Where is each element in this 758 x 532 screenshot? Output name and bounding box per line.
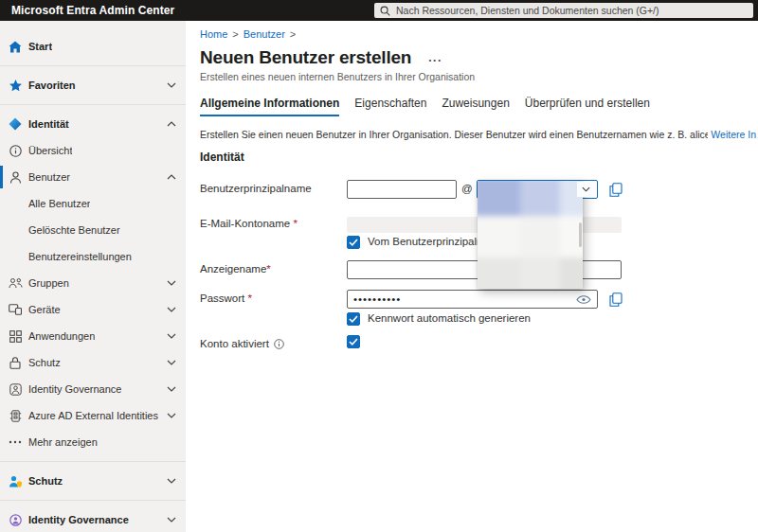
sidebar-item-label: Übersicht	[28, 145, 72, 156]
search-icon	[380, 6, 390, 16]
autogen-checkbox[interactable]	[347, 312, 360, 326]
sidebar-item-alle-benutzer[interactable]: Alle Benutzer	[0, 190, 186, 217]
password-field-wrap	[347, 290, 598, 309]
sidebar-item-label: Start	[28, 41, 52, 52]
selected-indicator	[0, 166, 3, 188]
info-icon	[8, 145, 23, 157]
sidebar-item-benutzereinstellungen[interactable]: Benutzereinstellungen	[0, 243, 186, 270]
upn-label: Benutzerprinzipalname	[200, 180, 347, 194]
required-asterisk: *	[266, 263, 270, 275]
sidebar-item-geraete[interactable]: Geräte	[0, 296, 186, 323]
page-subtitle: Erstellen eines neuen internen Benutzers…	[200, 71, 758, 82]
sidebar-item-label: Identity Governance	[28, 514, 129, 525]
protection-person-icon	[8, 475, 23, 488]
sidebar-item-identity-governance[interactable]: Identity Governance	[0, 376, 186, 402]
account-enabled-row: Konto aktiviert	[200, 335, 758, 349]
global-search[interactable]	[374, 3, 753, 18]
copy-icon[interactable]	[609, 183, 623, 197]
intro-text-row: Erstellen Sie einen neuen Benutzer in Ih…	[200, 129, 758, 140]
sidebar-item-label: Geräte	[28, 304, 61, 315]
search-input[interactable]	[396, 5, 748, 16]
autogen-checkbox-row: Kennwort automatisch generieren	[200, 312, 758, 326]
sidebar-item-gruppen[interactable]: Gruppen	[0, 270, 186, 296]
upn-input[interactable]	[347, 180, 457, 199]
breadcrumb-separator: >	[290, 28, 296, 40]
label-spacer	[200, 236, 347, 239]
required-asterisk: *	[248, 293, 252, 304]
domain-dropdown-panel[interactable]	[478, 181, 583, 289]
breadcrumb-benutzer-link[interactable]: Benutzer	[244, 28, 285, 40]
sidebar-item-label: Favoriten	[28, 80, 76, 91]
person-icon	[8, 171, 23, 184]
app-title[interactable]: Microsoft Entra Admin Center	[11, 4, 174, 17]
sidebar-divider	[0, 65, 186, 66]
wizard-tabs: Allgemeine Informationen Eigenschaften Z…	[200, 97, 758, 116]
sidebar-item-label: Schutz	[28, 357, 61, 368]
sidebar-nav: Start Favoriten Identität Übersicht Benu…	[0, 21, 186, 532]
dropdown-scrollbar[interactable]	[579, 222, 582, 247]
reveal-password-eye-icon[interactable]	[576, 295, 591, 304]
breadcrumb-separator: >	[232, 28, 238, 40]
chevron-down-icon	[163, 280, 176, 286]
sidebar-item-label: Gruppen	[28, 277, 69, 289]
people-icon	[8, 277, 23, 289]
sidebar-item-label: Identität	[28, 118, 69, 130]
password-label: Passwort *	[200, 290, 347, 304]
sidebar-item-benutzer[interactable]: Benutzer	[0, 164, 186, 190]
governance-circle-icon	[8, 514, 23, 526]
home-icon	[8, 41, 23, 53]
identity-diamond-icon	[8, 117, 23, 131]
chevron-down-icon	[577, 182, 596, 197]
sidebar-item-identitaet[interactable]: Identität	[0, 111, 186, 137]
sidebar-item-label: Mehr anzeigen	[28, 436, 98, 448]
account-enabled-label: Konto aktiviert	[200, 335, 347, 349]
sidebar-item-schutz[interactable]: Schutz	[0, 349, 186, 376]
sidebar-item-geloeschte-benutzer[interactable]: Gelöschte Benutzer	[0, 217, 186, 243]
sidebar-item-label: Gelöschte Benutzer	[28, 224, 120, 236]
sidebar-item-anwendungen[interactable]: Anwendungen	[0, 323, 186, 349]
tab-ueberpruefen-und-erstellen[interactable]: Überprüfen und erstellen	[525, 97, 650, 116]
chevron-down-icon	[163, 413, 176, 418]
tab-eigenschaften[interactable]: Eigenschaften	[354, 97, 426, 116]
lock-icon	[8, 357, 23, 369]
sidebar-item-favoriten[interactable]: Favoriten	[0, 72, 186, 98]
domain-select[interactable]	[477, 180, 598, 199]
sidebar-item-mehr-anzeigen[interactable]: Mehr anzeigen	[0, 429, 186, 455]
display-name-label: Anzeigename*	[200, 260, 347, 275]
tab-zuweisungen[interactable]: Zuweisungen	[442, 97, 509, 116]
learn-more-link[interactable]: Weitere In	[711, 129, 756, 140]
external-identities-icon	[8, 410, 23, 422]
id-badge-icon	[8, 383, 23, 396]
chevron-down-icon	[163, 333, 176, 339]
tab-allgemeine-informationen[interactable]: Allgemeine Informationen	[200, 97, 339, 116]
chevron-down-icon	[163, 82, 176, 88]
devices-icon	[8, 304, 23, 315]
password-input[interactable]	[347, 290, 598, 309]
top-banner: Microsoft Entra Admin Center	[0, 0, 758, 21]
account-enabled-checkbox[interactable]	[347, 335, 360, 348]
sidebar-item-azure-ad-external-identities[interactable]: Azure AD External Identities	[0, 402, 186, 429]
sidebar-item-label: Azure AD External Identities	[28, 410, 158, 421]
sidebar-item-schutz-section[interactable]: Schutz	[0, 468, 186, 494]
page-title: Neuen Benutzer erstellen	[200, 47, 411, 68]
sidebar-item-uebersicht[interactable]: Übersicht	[0, 137, 186, 164]
sidebar-divider	[0, 500, 186, 501]
upn-row: Benutzerprinzipalname @	[200, 180, 758, 199]
info-tooltip-icon[interactable]	[274, 339, 284, 349]
breadcrumb-home-link[interactable]: Home	[200, 28, 227, 40]
sidebar-divider	[0, 104, 186, 105]
autogen-checkbox-label[interactable]: Kennwort automatisch generieren	[368, 312, 531, 324]
copy-icon[interactable]	[609, 293, 623, 307]
required-asterisk: *	[293, 218, 297, 229]
email-label: E-Mail-Kontoname *	[200, 215, 347, 229]
main-content: Home>Benutzer> Neuen Benutzer erstellen …	[186, 21, 758, 532]
sidebar-item-identity-governance-section[interactable]: Identity Governance	[0, 506, 186, 532]
sidebar-item-label: Schutz	[28, 475, 63, 487]
chevron-down-icon	[163, 386, 176, 392]
breadcrumb: Home>Benutzer>	[200, 28, 758, 40]
sidebar-item-label: Identity Governance	[28, 383, 121, 395]
derive-checkbox[interactable]	[347, 236, 360, 249]
sidebar-item-start[interactable]: Start	[0, 33, 186, 60]
more-options-button[interactable]: ...	[428, 51, 442, 64]
sidebar-item-label: Alle Benutzer	[28, 198, 90, 209]
